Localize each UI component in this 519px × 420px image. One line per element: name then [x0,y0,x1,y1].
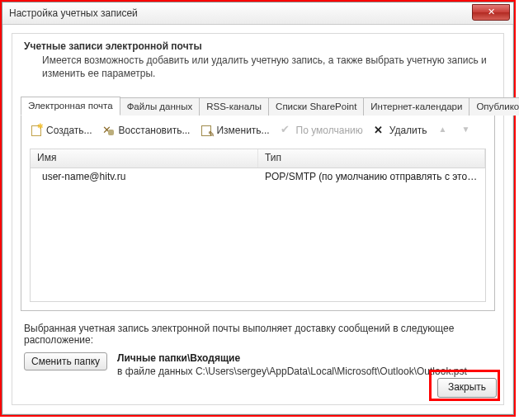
repair-button[interactable]: Восстановить... [102,124,191,137]
change-button[interactable]: Изменить... [200,124,269,137]
tabstrip: Электронная почта Файлы данных RSS-канал… [21,97,495,116]
titlebar: Настройка учетных записей ✕ [2,2,513,25]
close-icon: ✕ [488,7,495,17]
tab-rss[interactable]: RSS-каналы [199,97,269,116]
folder-path: в файле данных C:\Users\sergey\AppData\L… [117,366,492,377]
tab-internet-calendars[interactable]: Интернет-календари [363,97,469,116]
accounts-grid[interactable]: Имя Тип user-name@hitv.ru POP/SMTP (по у… [30,149,486,302]
tab-sharepoint[interactable]: Списки SharePoint [268,97,364,116]
check-icon [280,124,293,137]
delete-icon [373,124,386,137]
tab-email[interactable]: Электронная почта [21,97,120,116]
delete-button[interactable]: Удалить [373,124,427,137]
dialog-window: Настройка учетных записей ✕ Учетные запи… [2,2,514,415]
close-button[interactable]: Закрыть [437,378,497,398]
new-icon [30,124,43,137]
tab-published[interactable]: Опубликован [469,97,519,116]
folder-info: Личные папки\Входящие в файле данных C:\… [117,352,492,377]
delivery-description: Выбранная учетная запись электронной поч… [24,323,492,346]
folder-title: Личные папки\Входящие [117,352,492,364]
header-section: Учетные записи электронной почты Имеется… [12,34,503,85]
inner-panel: Учетные записи электронной почты Имеется… [12,33,504,405]
table-row[interactable]: user-name@hitv.ru POP/SMTP (по умолчанию… [31,168,485,185]
cell-account-name: user-name@hitv.ru [31,168,258,185]
move-down-button [460,124,474,137]
column-header-type[interactable]: Тип [258,149,485,168]
cell-account-type: POP/SMTP (по умолчанию отправлять с этой… [258,168,485,185]
repair-icon [102,124,116,137]
move-up-button [437,124,451,137]
column-header-name[interactable]: Имя [31,149,258,168]
window-close-button[interactable]: ✕ [472,4,510,21]
client-area: Учетные записи электронной почты Имеется… [3,25,512,413]
page-description: Имеется возможность добавить или удалить… [24,54,492,80]
arrow-down-icon [460,124,474,137]
create-button[interactable]: Создать... [30,124,92,137]
toolbar: Создать... Восстановить... Изменить... [21,116,494,144]
tab-data-files[interactable]: Файлы данных [120,97,201,116]
window-title: Настройка учетных записей [9,7,138,19]
arrow-up-icon [437,124,451,137]
tab-panel: Создать... Восстановить... Изменить... [21,116,495,311]
grid-header: Имя Тип [31,149,485,168]
folder-line: Сменить папку Личные папки\Входящие в фа… [24,352,492,377]
page-title: Учетные записи электронной почты [24,40,492,52]
change-folder-button[interactable]: Сменить папку [24,352,107,370]
edit-icon [200,124,213,137]
set-default-button: По умолчанию [280,124,363,137]
